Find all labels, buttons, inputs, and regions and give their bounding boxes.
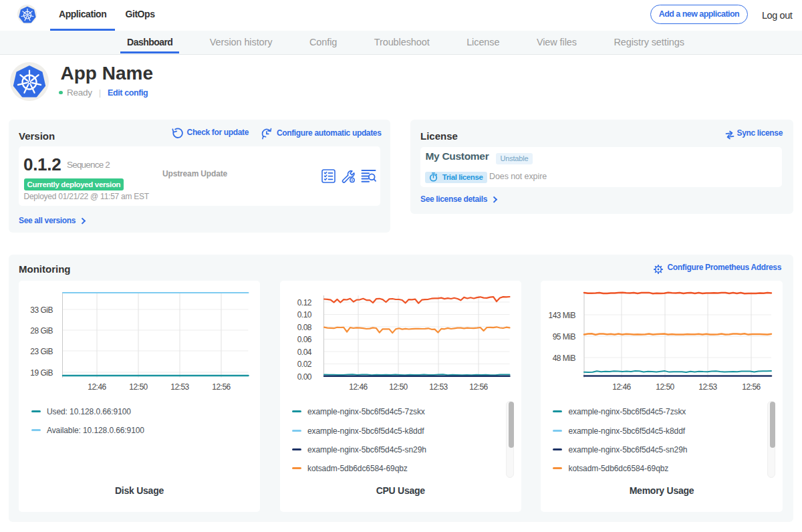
svg-text:0.12: 0.12	[297, 298, 311, 307]
svg-text:12:46: 12:46	[88, 382, 106, 392]
svg-text:0.00: 0.00	[297, 372, 311, 382]
svg-text:23 GiB: 23 GiB	[30, 347, 53, 356]
svg-text:12:50: 12:50	[129, 382, 148, 392]
svg-text:95 MiB: 95 MiB	[553, 332, 576, 342]
svg-text:19 GiB: 19 GiB	[30, 368, 53, 378]
svg-text:12:56: 12:56	[469, 382, 488, 392]
svg-text:48 MiB: 48 MiB	[553, 354, 576, 363]
svg-text:0.06: 0.06	[297, 335, 311, 344]
svg-text:0.10: 0.10	[297, 310, 311, 319]
svg-text:12:53: 12:53	[170, 382, 189, 392]
svg-text:0.02: 0.02	[297, 360, 311, 369]
svg-text:143 MiB: 143 MiB	[548, 311, 575, 320]
svg-text:12:46: 12:46	[612, 382, 631, 392]
svg-text:12:46: 12:46	[349, 382, 368, 392]
svg-text:12:56: 12:56	[742, 382, 761, 392]
svg-text:0.08: 0.08	[297, 323, 311, 332]
svg-text:12:50: 12:50	[656, 382, 674, 392]
svg-text:33 GiB: 33 GiB	[30, 305, 53, 315]
svg-text:12:50: 12:50	[389, 382, 408, 392]
svg-text:12:53: 12:53	[429, 382, 448, 392]
svg-text:12:56: 12:56	[212, 382, 231, 392]
svg-text:12:53: 12:53	[698, 382, 717, 392]
svg-text:0.04: 0.04	[297, 348, 311, 357]
svg-text:28 GiB: 28 GiB	[30, 326, 53, 336]
